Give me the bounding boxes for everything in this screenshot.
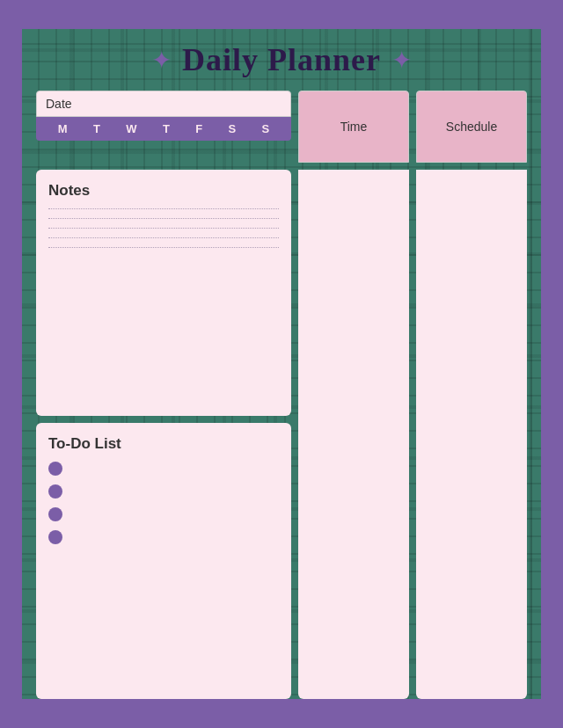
day-s1: S bbox=[229, 122, 237, 135]
day-t2: T bbox=[163, 122, 170, 135]
todo-bullet-4 bbox=[48, 530, 62, 544]
day-s2: S bbox=[262, 122, 270, 135]
top-section: Date M T W T F S S Time Schedule bbox=[36, 91, 527, 163]
day-f: F bbox=[195, 122, 202, 135]
notes-line-3 bbox=[48, 228, 279, 229]
todo-bullet-1 bbox=[48, 462, 62, 476]
todo-item-1 bbox=[48, 462, 279, 476]
day-t1: T bbox=[93, 122, 100, 135]
notes-line-5 bbox=[48, 247, 279, 248]
date-column: Date M T W T F S S bbox=[36, 91, 291, 163]
todo-item-2 bbox=[48, 484, 279, 499]
notes-line-4 bbox=[48, 237, 279, 238]
middle-section: Notes To-Do List bbox=[36, 170, 527, 699]
header: ✦ Daily Planner ✦ bbox=[22, 29, 541, 91]
notes-title: Notes bbox=[48, 182, 279, 200]
day-w: W bbox=[126, 122, 136, 135]
time-header: Time bbox=[298, 91, 409, 163]
todo-bullet-3 bbox=[48, 507, 62, 521]
notes-line-1 bbox=[48, 208, 279, 209]
star-left-icon: ✦ bbox=[151, 46, 172, 75]
day-m: M bbox=[58, 122, 68, 135]
todo-item-3 bbox=[48, 507, 279, 521]
content-area: Date M T W T F S S Time Schedule bbox=[36, 91, 527, 699]
todo-panel: To-Do List bbox=[36, 423, 291, 699]
right-panels bbox=[298, 170, 527, 699]
top-bar bbox=[22, 17, 541, 29]
left-panels: Notes To-Do List bbox=[36, 170, 291, 699]
page-title: Daily Planner bbox=[182, 41, 381, 78]
schedule-panel bbox=[416, 170, 527, 699]
schedule-header: Schedule bbox=[416, 91, 527, 163]
notes-line-2 bbox=[48, 218, 279, 219]
time-panel bbox=[298, 170, 409, 699]
star-right-icon: ✦ bbox=[391, 46, 412, 75]
todo-item-4 bbox=[48, 530, 279, 544]
planner-page: ✦ Daily Planner ✦ Date M T W T F S S Tim… bbox=[22, 17, 541, 711]
bottom-bar bbox=[22, 699, 541, 711]
notes-panel: Notes bbox=[36, 170, 291, 416]
todo-bullet-2 bbox=[48, 484, 62, 499]
date-label: Date bbox=[36, 91, 291, 117]
todo-title: To-Do List bbox=[48, 435, 279, 453]
time-schedule-headers: Time Schedule bbox=[298, 91, 527, 163]
days-row: M T W T F S S bbox=[36, 117, 291, 141]
